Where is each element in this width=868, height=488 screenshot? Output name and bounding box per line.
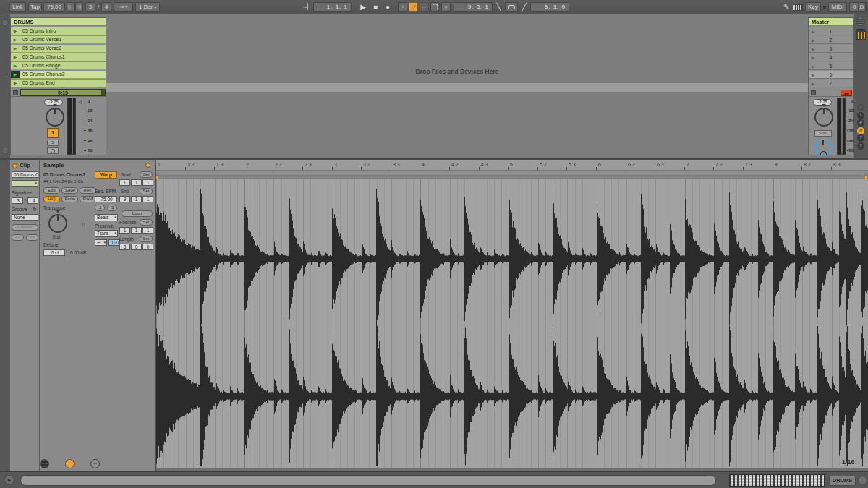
signature-numerator-field[interactable]: 3 <box>85 2 95 12</box>
groove-chooser[interactable]: None <box>12 214 38 221</box>
link-button[interactable]: Link <box>9 2 26 12</box>
overview-menu-icon[interactable] <box>856 17 865 26</box>
loop-button[interactable]: Loop <box>122 210 153 217</box>
value-box[interactable]: 1 <box>142 179 153 186</box>
view-toggle-r[interactable]: R <box>857 119 864 127</box>
ram-button[interactable]: RAM <box>80 196 96 202</box>
nudge-forward-button[interactable]: >> <box>26 234 38 241</box>
hiq-button[interactable]: HiQ <box>43 196 60 202</box>
clip-stop-button[interactable] <box>13 90 18 95</box>
draw-mode-button[interactable]: ✎ <box>782 2 791 12</box>
clip-play-icon[interactable]: ▶ <box>11 27 20 35</box>
punch-out-button[interactable]: ╱ <box>519 2 529 12</box>
scene-slot[interactable]: ▶4 <box>809 53 853 61</box>
quantization-menu[interactable]: 1 Bar ▾ <box>135 2 160 12</box>
back-to-arrangement-button[interactable]: ▶■ <box>841 90 852 96</box>
clip-color-chooser[interactable]: ▾ <box>12 180 38 187</box>
view-toggle-t[interactable]: T <box>857 134 864 142</box>
punch-in-button[interactable]: ╲ <box>494 2 503 12</box>
scene-slot[interactable]: ▶3 <box>809 45 853 53</box>
track-solo-button[interactable]: S <box>47 140 59 146</box>
position-set-button[interactable]: Set <box>140 219 153 226</box>
start-marker-icon[interactable]: ▷ <box>157 171 160 176</box>
track-header-drums[interactable]: DRUMS <box>11 18 106 26</box>
warp-mode-menu[interactable]: Beats▾ <box>95 214 118 221</box>
view-toggle-m[interactable]: M <box>857 127 864 134</box>
master-solo-button[interactable]: Solo <box>814 130 832 137</box>
value-box[interactable]: 0 <box>131 244 142 250</box>
clip-play-icon[interactable]: ▶ <box>11 71 20 78</box>
status-play-icon[interactable]: ▶ <box>4 475 14 485</box>
value-box[interactable]: 8 <box>119 244 130 250</box>
start-value-boxes[interactable]: 111 <box>119 179 154 186</box>
end-set-button[interactable]: Set <box>140 188 153 194</box>
overdub-button[interactable]: + <box>398 2 407 12</box>
clip-sig-num-field[interactable]: 3 <box>12 197 23 204</box>
track-activator-button[interactable]: 1 <box>47 128 59 138</box>
clip-overview-thumbnail[interactable] <box>729 474 825 487</box>
clip-slot[interactable]: ▶05 Drums End <box>11 80 106 87</box>
save-button[interactable]: Save <box>61 187 78 194</box>
status-circle-icon[interactable] <box>858 476 867 485</box>
browser-toggle-icon[interactable] <box>1 19 9 26</box>
half-tempo-button[interactable]: :2 <box>95 205 105 211</box>
clip-play-icon[interactable]: ▶ <box>11 53 20 61</box>
value-box[interactable]: 0 <box>142 244 153 250</box>
mixer-section-icon[interactable] <box>856 29 866 40</box>
sample-gain-value[interactable]: 0.00 dB <box>70 250 86 255</box>
record-button[interactable]: ● <box>383 2 393 12</box>
commit-button[interactable]: Commit <box>12 224 38 231</box>
stop-button[interactable]: ■ <box>370 2 380 12</box>
sample-waveform-display[interactable] <box>156 179 868 468</box>
fade-button[interactable]: Fade <box>61 196 78 202</box>
master-pan-knob[interactable] <box>814 108 833 127</box>
clip-activator-led[interactable] <box>12 163 17 168</box>
value-box[interactable]: 1 <box>131 227 142 234</box>
capture-button[interactable] <box>430 2 440 12</box>
position-value-boxes[interactable]: 111 <box>119 227 154 234</box>
end-marker-icon[interactable]: ◁ <box>864 171 867 176</box>
value-box[interactable]: 1 <box>131 196 142 202</box>
view-toggle-x[interactable]: X <box>857 142 864 150</box>
session-record-button[interactable]: ○ <box>441 2 451 12</box>
detail-toggle-icon[interactable] <box>1 147 9 154</box>
tempo-field[interactable]: 75.00 <box>43 2 65 12</box>
loop-length-display[interactable]: 5. 1. 0 <box>530 2 569 12</box>
view-toggle-s[interactable]: S <box>857 112 864 119</box>
sample-box-toggle-icon[interactable] <box>65 459 75 468</box>
view-toggle-io[interactable]: IO <box>857 104 864 111</box>
clip-play-icon[interactable]: ▶ <box>11 80 20 87</box>
start-set-button[interactable]: Set <box>140 171 153 178</box>
warp-button[interactable]: Warp <box>95 171 117 179</box>
clip-slot[interactable]: ▶05 Drums Bridge <box>11 62 106 70</box>
scene-slot[interactable]: ▶7 <box>809 80 853 87</box>
clip-play-icon[interactable]: ▶ <box>11 36 20 43</box>
edit-button[interactable]: Edit <box>43 187 60 194</box>
track-arm-button[interactable] <box>47 147 59 154</box>
loop-switch[interactable] <box>505 2 518 12</box>
transient-envelope-field[interactable]: 100 <box>109 239 120 246</box>
tap-tempo-button[interactable]: Tap <box>28 2 42 12</box>
clip-slot[interactable]: ▶05 Drums Verse2 <box>11 45 106 53</box>
value-box[interactable]: 1 <box>142 196 153 202</box>
nudge-up-button[interactable]: ||| <box>75 2 83 12</box>
clip-play-icon[interactable]: ▶ <box>11 62 20 69</box>
transpose-knob[interactable] <box>48 214 67 233</box>
scene-slot[interactable]: ▶1 <box>809 27 853 35</box>
loop-start-display[interactable]: 3. 3. 1 <box>454 2 493 12</box>
reenable-automation-button[interactable]: ← <box>420 2 429 12</box>
automation-arm-button[interactable]: ◦╱ <box>409 2 418 12</box>
transient-loop-mode-menu[interactable]: ⇄▾ <box>95 239 107 246</box>
metronome-button[interactable]: ○● ▾ <box>114 2 133 12</box>
reverse-button[interactable]: Rev. <box>80 187 96 194</box>
value-box[interactable]: 1 <box>142 227 153 234</box>
detune-field[interactable]: 0 ct <box>43 249 65 256</box>
clip-slot[interactable]: ▶05 Drums Intro <box>11 27 106 35</box>
value-box[interactable]: 1 <box>119 227 130 234</box>
stop-all-clips-button[interactable] <box>811 90 816 95</box>
value-box[interactable]: 1 <box>131 179 142 186</box>
preserve-menu[interactable]: Trans▾ <box>95 230 118 237</box>
hot-swap-icon[interactable] <box>145 163 150 168</box>
track-header-master[interactable]: Master <box>809 18 853 26</box>
end-value-boxes[interactable]: 911 <box>119 196 154 202</box>
